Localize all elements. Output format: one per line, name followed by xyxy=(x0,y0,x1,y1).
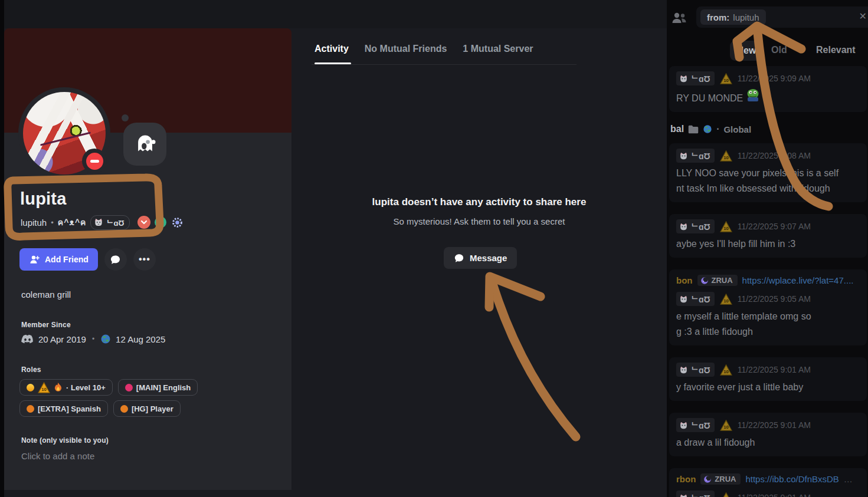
search-result-message[interactable]: ᄂɑƱ1011/22/2025 9:01 AMa draw a lil fido… xyxy=(669,413,867,456)
role-pill-main-english[interactable]: [MAIN] English xyxy=(118,379,198,396)
search-input[interactable]: from: lupituh ✕ xyxy=(696,6,868,28)
message-author-row: ᄂɑƱ1011/22/2025 9:08 AM xyxy=(676,149,861,163)
role-pill-extra-spanish[interactable]: [EXTRA] Spanish xyxy=(19,400,108,417)
tab-mutual-friends[interactable]: No Mutual Friends xyxy=(365,44,447,54)
search-filter-token[interactable]: from: lupituh xyxy=(700,9,766,25)
search-result-message[interactable]: ᄂɑƱ1011/22/2025 9:07 AMaybe yes I'll hel… xyxy=(669,214,867,258)
message-text: y favorite ever just a little baby xyxy=(676,380,861,395)
moon-icon xyxy=(703,475,712,483)
add-friend-button[interactable]: Add Friend xyxy=(19,248,98,271)
author-tag-pill[interactable]: ᄂɑƱ xyxy=(676,363,715,377)
role-pill-level[interactable]: 10 · Level 10+ xyxy=(19,379,113,396)
message-line: y favorite ever just a little baby xyxy=(676,380,803,395)
warning-10-emoji: 10 xyxy=(38,382,50,393)
clear-search-icon[interactable]: ✕ xyxy=(859,11,867,22)
svg-text:10: 10 xyxy=(41,386,47,391)
separator-dot: • xyxy=(51,218,54,227)
search-result-message[interactable]: ᄂɑƱ1011/22/2025 9:08 AMLLY NOO save your… xyxy=(669,143,867,202)
message-author-row: ᄂɑƱ1011/22/2025 9:07 AM xyxy=(676,219,861,233)
server-tag-pill[interactable]: ᄂɑƱ xyxy=(90,215,129,230)
role-label: [EXTRA] Spanish xyxy=(38,404,101,413)
sort-tab-relevant[interactable]: Relevant xyxy=(816,45,856,55)
roles-list: 10 · Level 10+ [MAIN] English [EXTRA] Sp… xyxy=(19,379,291,417)
role-color-dot xyxy=(125,384,133,391)
search-results-list: ᄂɑƱ1011/22/2025 9:09 AMRY DU MONDE bal·G… xyxy=(669,66,867,497)
timestamp: 11/22/2025 9:09 AM xyxy=(738,74,811,83)
dnd-status-icon xyxy=(86,153,103,170)
author-name: ᄂɑƱ xyxy=(691,150,710,162)
author-tag-pill[interactable]: ᄂɑƱ xyxy=(676,292,715,306)
cat-emoji-icon xyxy=(679,493,688,497)
message-link[interactable]: https://ibb.co/DfnBxsDB xyxy=(745,474,838,484)
server-tag-badge: ZRUA xyxy=(697,275,738,286)
folder-icon xyxy=(688,125,699,134)
member-since-server-date: 12 Aug 2025 xyxy=(116,334,165,344)
search-result-message[interactable]: ᄂɑƱ1011/22/2025 9:09 AMRY DU MONDE xyxy=(669,66,867,112)
sort-tab-old[interactable]: Old xyxy=(771,45,787,55)
author-tag-pill[interactable]: ᄂɑƱ xyxy=(676,219,715,233)
timestamp: 11/22/2025 9:05 AM xyxy=(738,294,811,304)
cat-emoji-icon xyxy=(679,222,688,231)
search-result-message[interactable]: bonZRUAhttps://wplace.live/?lat=47....ᄂɑ… xyxy=(669,269,867,345)
author-name: ᄂɑƱ xyxy=(691,73,710,84)
channel-badge-icon[interactable]: # xyxy=(155,216,166,228)
ghost-icon xyxy=(133,132,158,157)
message-line: LLY NOO save your pixels this is a self xyxy=(676,166,861,181)
more-options-button[interactable]: ••• xyxy=(133,248,156,271)
profile-tabs: Activity No Mutual Friends 1 Mutual Serv… xyxy=(315,44,533,54)
cat-emoji-icon xyxy=(679,366,688,374)
channel-header[interactable]: bal·Global xyxy=(670,124,867,134)
author-name: ᄂɑƱ xyxy=(691,293,710,305)
message-link[interactable]: https://wplace.live/?lat=47.... xyxy=(742,275,854,285)
message-author-row: ᄂɑƱ1011/22/2025 9:01 AM xyxy=(676,363,861,377)
filter-value: lupituh xyxy=(733,12,759,22)
role-pill-hg-player[interactable]: [HG] Player xyxy=(113,400,181,417)
note-heading: Note (only visible to you) xyxy=(21,436,109,445)
avatar-art xyxy=(40,131,91,146)
tab-mutual-servers[interactable]: 1 Mutual Server xyxy=(463,44,533,54)
message-icon-button[interactable] xyxy=(104,248,127,271)
channel-name: bal xyxy=(670,124,684,134)
separator-dot: · xyxy=(716,124,719,134)
server-tag-text: ZRUA xyxy=(715,475,736,483)
message-button[interactable]: Message xyxy=(444,247,517,269)
status-bubble-dot xyxy=(122,114,129,121)
author-tag-pill[interactable]: ᄂɑƱ xyxy=(676,149,715,163)
add-friend-label: Add Friend xyxy=(45,255,89,264)
note-placeholder[interactable]: Click to add a note xyxy=(21,451,94,461)
author-tag-pill[interactable]: ᄂɑƱ xyxy=(676,418,715,432)
separator-dot: • xyxy=(92,335,94,343)
author-name: ᄂɑƱ xyxy=(691,419,710,431)
message-author-row: ᄂɑƱ1011/22/2025 9:09 AM xyxy=(676,71,861,85)
svg-text:10: 10 xyxy=(723,77,729,83)
role-label: · Level 10+ xyxy=(66,383,106,392)
server-tag-text: ZRUA xyxy=(712,276,733,285)
tab-divider xyxy=(312,64,577,65)
author-tag-pill[interactable]: ᄂɑƱ xyxy=(676,491,715,497)
activity-empty-subtitle: So mysterious! Ask them to tell you a se… xyxy=(291,216,667,226)
search-result-message[interactable]: ᄂɑƱ1011/22/2025 9:01 AMy favorite ever j… xyxy=(669,357,867,401)
tab-activity[interactable]: Activity xyxy=(315,44,349,54)
context-message-row: bonZRUAhttps://wplace.live/?lat=47.... xyxy=(676,275,861,286)
ghost-status-bubble[interactable] xyxy=(123,123,166,166)
wreath-badge-icon[interactable] xyxy=(171,216,184,229)
chat-bubble-icon xyxy=(110,254,121,265)
author-name: ᄂɑƱ xyxy=(691,364,710,376)
globe-emoji-icon xyxy=(100,334,111,344)
context-author: rbon xyxy=(676,474,696,484)
ellipsis: … xyxy=(844,474,853,484)
role-label: [MAIN] English xyxy=(136,383,191,392)
author-tag-pill[interactable]: ᄂɑƱ xyxy=(676,71,715,85)
author-name: ᄂɑƱ xyxy=(691,220,710,232)
quest-badge-icon[interactable] xyxy=(137,216,150,229)
members-icon[interactable] xyxy=(671,10,687,25)
about-me: coleman grill xyxy=(21,289,71,299)
username: lupituh xyxy=(21,218,47,228)
handle-row: lupituh • ค^ᴥ^ค ᄂɑƱ # xyxy=(21,214,184,231)
sort-tab-new[interactable]: New xyxy=(730,41,763,61)
chat-bubble-icon xyxy=(454,253,464,264)
role-color-dot xyxy=(27,405,34,413)
search-result-message[interactable]: rbonZRUAhttps://ibb.co/DfnBxsDB…ᄂɑƱ1011/… xyxy=(669,468,867,497)
cat-emoji-icon xyxy=(679,421,688,430)
timestamp: 11/22/2025 9:01 AM xyxy=(738,420,811,430)
